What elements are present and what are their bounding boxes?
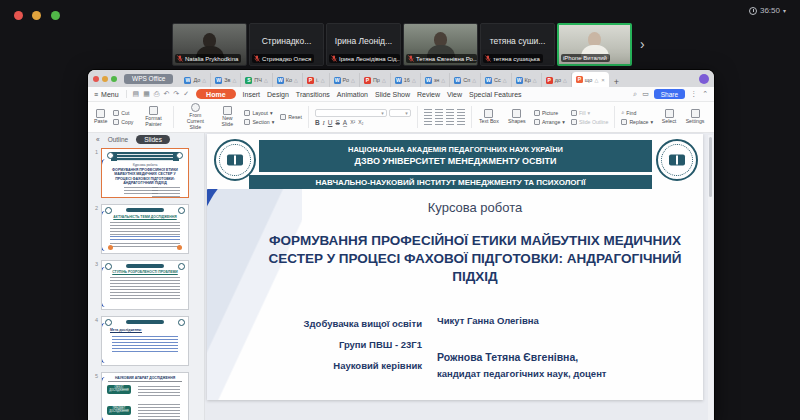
slide-thumbnail-1-selected[interactable]: Курсова робота ФОРМУВАННЯ ПРОФЕСІЙНОЇ ЕТ… <box>101 148 189 198</box>
participant-tile[interactable]: Стринадко... Стринадко Олеся <box>249 23 324 66</box>
text-box-button[interactable]: Text Box <box>478 109 500 125</box>
wps-close-button[interactable] <box>93 76 99 82</box>
participant-tile[interactable]: Тетяна Євгенівна Ро... <box>403 23 478 66</box>
collapse-panel-icon[interactable]: « <box>96 136 100 143</box>
document-tab[interactable]: WРо△ <box>330 73 360 87</box>
maximize-button[interactable] <box>51 11 60 20</box>
wps-maximize-button[interactable] <box>111 76 117 82</box>
reset-button[interactable]: Reset <box>280 114 302 120</box>
participant-tile[interactable]: Ірина Леонід... Ірина Леонідівна Сід... <box>326 23 401 66</box>
document-tab[interactable]: PПр△ <box>360 73 391 87</box>
tab-home[interactable]: Home <box>196 89 235 99</box>
subscript-button[interactable]: X₂ <box>358 119 363 125</box>
wps-minimize-button[interactable] <box>102 76 108 82</box>
tab-review[interactable]: Review <box>417 91 440 98</box>
justify-button[interactable] <box>457 118 465 125</box>
document-tab[interactable]: WКо△ <box>273 73 303 87</box>
tab-slide-show[interactable]: Slide Show <box>375 91 410 98</box>
align-center-button[interactable] <box>435 118 443 125</box>
minimize-button[interactable] <box>32 11 41 20</box>
slide-outline-button[interactable]: Slide Outline <box>571 119 608 125</box>
tab-special-features[interactable]: Special Features <box>469 91 522 98</box>
align-left-button[interactable] <box>424 118 432 125</box>
document-tab[interactable]: W16△ <box>391 73 421 87</box>
participant-tile[interactable]: Natalia Prykhodkina <box>172 23 247 66</box>
save-icon[interactable]: ▦ <box>143 90 150 98</box>
settings-button[interactable]: Settings <box>685 109 705 125</box>
document-tab[interactable]: Wзн△ <box>421 73 450 87</box>
align-right-button[interactable] <box>446 118 454 125</box>
decrease-indent-button[interactable] <box>446 109 454 116</box>
print-icon[interactable]: ⎙ <box>154 90 160 98</box>
paste-button[interactable]: Paste <box>94 109 107 125</box>
tab-outline[interactable]: Outline <box>108 136 129 143</box>
bold-button[interactable]: B <box>315 119 320 126</box>
copy-button[interactable]: Copy <box>113 119 133 125</box>
new-slide-button[interactable]: New Slide <box>216 106 238 127</box>
shapes-button[interactable]: Shapes <box>506 109 528 125</box>
document-tab[interactable]: WСс△ <box>481 73 512 87</box>
slide-thumbnail-2[interactable]: АКТУАЛЬНІСТЬ ТЕМИ ДОСЛІДЖЕННЯ <box>101 204 189 254</box>
tab-view[interactable]: View <box>447 91 462 98</box>
next-participants-button[interactable]: › <box>640 36 645 52</box>
font-size-select[interactable]: ▾ <box>389 109 411 117</box>
participant-tile-active-speaker[interactable]: iPhone Виталий <box>557 23 632 66</box>
format-painter-button[interactable]: Format Painter <box>139 106 167 127</box>
select-button[interactable]: Select <box>659 109 679 125</box>
document-tab[interactable]: Pдо△ <box>542 73 572 87</box>
strikethrough-button[interactable]: S <box>335 119 339 126</box>
tab-design[interactable]: Design <box>267 91 289 98</box>
bullets-button[interactable] <box>424 109 432 116</box>
canvas-scrollbar[interactable] <box>708 135 713 420</box>
tab-transitions[interactable]: Transitions <box>296 91 330 98</box>
fill-button[interactable]: Fill ▾ <box>571 110 608 116</box>
redo-icon[interactable]: ↷ <box>173 90 179 98</box>
screen-share-icon[interactable]: ▭ <box>642 90 649 98</box>
open-icon[interactable]: ▤ <box>133 90 140 98</box>
share-button[interactable]: Share <box>654 89 685 99</box>
replace-button[interactable]: Replace ▾ <box>621 119 653 125</box>
layout-button[interactable]: Layout ▾ <box>244 110 274 116</box>
account-avatar[interactable] <box>699 74 709 84</box>
credit-role-supervisor: Науковий керівник <box>262 361 422 371</box>
tab-insert[interactable]: Insert <box>243 91 261 98</box>
cut-button[interactable]: Cut <box>113 110 133 116</box>
spellcheck-icon[interactable]: ✓ <box>183 90 189 98</box>
increase-indent-button[interactable] <box>457 109 465 116</box>
superscript-button[interactable]: X² <box>350 119 355 125</box>
document-tab[interactable]: WСп△ <box>450 73 481 87</box>
arrange-button[interactable]: Arrange ▾ <box>534 119 565 125</box>
university-logo-right <box>656 139 698 181</box>
slide-thumbnail-5[interactable]: НАУКОВИЙ АПАРАТ ДОСЛІДЖЕННЯ ОБ'ЄКТ ДОСЛІ… <box>101 372 189 420</box>
font-color-button[interactable]: A̲ <box>343 119 347 126</box>
menu-button[interactable]: ≡Menu <box>94 91 119 98</box>
search-icon[interactable]: ⌕ <box>633 90 637 98</box>
tab-slides[interactable]: Slides <box>136 135 170 144</box>
font-family-select[interactable]: ▾ <box>315 109 387 117</box>
current-slide[interactable]: НАЦІОНАЛЬНА АКАДЕМІЯ ПЕДАГОГІЧНИХ НАУК У… <box>207 134 703 400</box>
document-tab[interactable]: Pі.△ <box>303 73 330 87</box>
slide-thumbnail-3[interactable]: СТУПІНЬ РОЗРОБЛЕНОСТІ ПРОБЛЕМИ <box>101 260 189 310</box>
document-tab[interactable]: SПЧ△ <box>241 73 272 87</box>
document-tab[interactable]: WКр△ <box>512 73 542 87</box>
italic-button[interactable]: I <box>323 119 325 126</box>
slide-thumbnail-4[interactable]: Мета дослідження: <box>101 316 189 366</box>
close-button[interactable] <box>14 11 23 20</box>
picture-button[interactable]: Picture <box>534 110 565 116</box>
from-current-slide-button[interactable]: From Current Slide <box>180 103 210 130</box>
section-button[interactable]: Section ▾ <box>244 119 274 125</box>
undo-icon[interactable]: ↶ <box>163 90 169 98</box>
numbering-button[interactable] <box>435 109 443 116</box>
find-button[interactable]: ⌕Find <box>621 109 653 116</box>
close-tab-icon[interactable]: × <box>601 77 605 83</box>
document-tab-active[interactable]: Pщо△× <box>572 72 609 87</box>
collapse-ribbon-icon[interactable]: ⌃ <box>702 90 708 98</box>
new-tab-button[interactable]: + <box>609 77 624 87</box>
underline-button[interactable]: U <box>328 119 333 126</box>
wps-home-button[interactable]: WPS Office <box>124 74 173 84</box>
participant-tile[interactable]: тетяна суши... тетяна сушицька <box>480 23 555 66</box>
document-tab[interactable]: WЗв△ <box>211 73 241 87</box>
more-options-icon[interactable]: ⋮ <box>690 90 697 98</box>
document-tab[interactable]: WДо△ <box>180 73 211 87</box>
tab-animation[interactable]: Animation <box>337 91 368 98</box>
